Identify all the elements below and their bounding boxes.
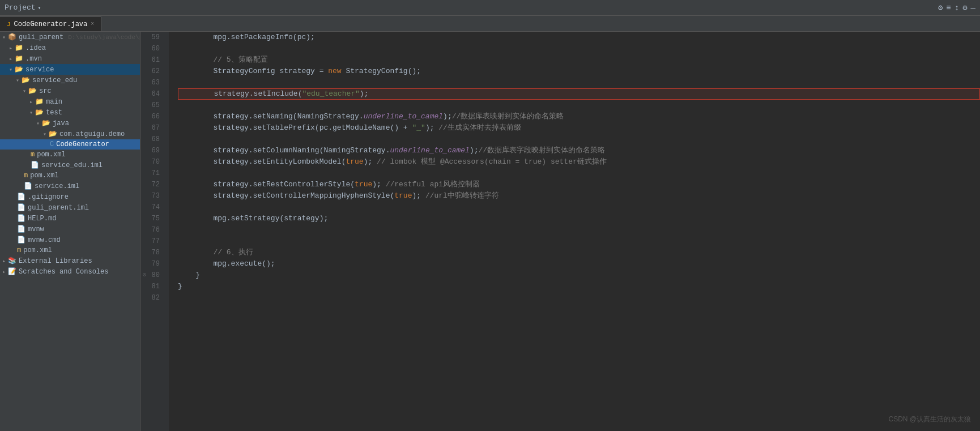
sidebar-item-gitignore[interactable]: 📄 .gitignore bbox=[0, 191, 140, 202]
xml-icon: m bbox=[24, 172, 28, 180]
sidebar-label: pom.xml bbox=[37, 151, 65, 159]
toolbar-icons: ⚙ ≡ ↕ ⚙ — bbox=[938, 3, 975, 12]
sidebar-item-pom-service[interactable]: m pom.xml bbox=[0, 170, 140, 181]
sidebar-item-external-libraries[interactable]: ▸ 📚 External Libraries bbox=[0, 255, 140, 266]
code-editor[interactable]: 5960616263646566676869707172737475767778… bbox=[140, 32, 980, 431]
folder-open-icon: 📂 bbox=[35, 108, 44, 117]
line-number: 65 bbox=[140, 100, 164, 111]
sidebar-item-service-edu[interactable]: ▾ 📂 service_edu bbox=[0, 75, 140, 86]
iml-icon: 📄 bbox=[17, 203, 25, 212]
code-line: StrategyConfig strategy = new StrategyCo… bbox=[178, 66, 980, 77]
code-line: strategy.setNaming(NamingStrategy.underl… bbox=[178, 111, 980, 122]
chevron-down-icon: ▾ bbox=[38, 5, 41, 11]
folder-icon: 📁 bbox=[35, 97, 44, 106]
line-number: 75 bbox=[140, 213, 164, 224]
sidebar-item-test[interactable]: ▾ 📂 test bbox=[0, 107, 140, 118]
expand-icon[interactable]: ↕ bbox=[955, 3, 959, 12]
chevron-icon: ▸ bbox=[2, 258, 6, 264]
code-line bbox=[178, 168, 980, 179]
chevron-icon: ▸ bbox=[29, 99, 33, 105]
xml-icon: m bbox=[17, 246, 21, 254]
line-number: 76 bbox=[140, 224, 164, 236]
sidebar-item-service-edu-iml[interactable]: 📄 service_edu.iml bbox=[0, 160, 140, 170]
java-file-icon: J bbox=[7, 21, 11, 28]
settings-icon[interactable]: ⚙ bbox=[962, 3, 967, 12]
sidebar-item-help-md[interactable]: 📄 HELP.md bbox=[0, 213, 140, 224]
code-line: mpg.execute(); bbox=[178, 258, 980, 270]
sidebar-item-src[interactable]: ▾ 📂 src bbox=[0, 86, 140, 96]
toolbar: Project ▾ ⚙ ≡ ↕ ⚙ — bbox=[0, 0, 980, 16]
sidebar-item-mvnw-cmd[interactable]: 📄 mvnw.cmd bbox=[0, 234, 140, 245]
sidebar-item-idea[interactable]: ▸ 📁 .idea bbox=[0, 42, 140, 53]
chevron-icon: ▸ bbox=[2, 268, 6, 275]
chevron-icon: ▾ bbox=[36, 120, 40, 127]
sidebar-item-mvn[interactable]: ▸ 📁 .mvn bbox=[0, 53, 140, 64]
line-number: 81 bbox=[140, 281, 164, 292]
sidebar-item-main[interactable]: ▸ 📁 main bbox=[0, 96, 140, 107]
sidebar-item-service-iml[interactable]: 📄 service.iml bbox=[0, 181, 140, 191]
sidebar-label: service bbox=[25, 66, 54, 74]
folder-open-icon: 📂 bbox=[42, 119, 50, 127]
chevron-icon: ▾ bbox=[23, 88, 26, 95]
sidebar-item-guli-parent[interactable]: ▾ 📦 guli_parent D:\study\java\code\proje… bbox=[0, 32, 140, 42]
file-icon: 📄 bbox=[17, 225, 25, 233]
sidebar-label: mvnw.cmd bbox=[28, 236, 61, 244]
tab-close-button[interactable]: × bbox=[91, 21, 94, 27]
minimize-icon[interactable]: — bbox=[971, 3, 975, 12]
code-line bbox=[178, 100, 980, 111]
folder-icon: 📁 bbox=[15, 54, 23, 63]
line-number: 80 bbox=[140, 270, 164, 281]
sidebar-label: CodeGenerator bbox=[56, 140, 109, 148]
scratches-icon: 📝 bbox=[8, 267, 16, 276]
sidebar-item-codegenerator[interactable]: C CodeGenerator bbox=[0, 139, 140, 150]
sidebar-label: .mvn bbox=[25, 55, 42, 63]
sidebar-label: guli_parent bbox=[19, 33, 63, 41]
sidebar-item-guli-parent-iml[interactable]: 📄 guli_parent.iml bbox=[0, 202, 140, 213]
line-number: 61 bbox=[140, 54, 164, 66]
code-line: strategy.setInclude("edu_teacher"); bbox=[178, 88, 980, 100]
code-area: 5960616263646566676869707172737475767778… bbox=[140, 32, 980, 431]
sidebar-item-mvnw[interactable]: 📄 mvnw bbox=[0, 224, 140, 234]
sidebar-label: main bbox=[46, 98, 62, 106]
sidebar-item-service[interactable]: ▾ 📂 service bbox=[0, 64, 140, 75]
line-number: 78 bbox=[140, 247, 164, 258]
chevron-icon: ▾ bbox=[9, 66, 12, 73]
code-line bbox=[178, 43, 980, 54]
sidebar-item-com-atguigu-demo[interactable]: ▾ 📂 com.atguigu.demo bbox=[0, 129, 140, 139]
sidebar-item-pom-root[interactable]: m pom.xml bbox=[0, 245, 140, 255]
tab-label: CodeGenerator.java bbox=[14, 20, 88, 28]
folder-open-icon: 📂 bbox=[22, 76, 30, 84]
line-number: 79 bbox=[140, 258, 164, 270]
line-number: 71 bbox=[140, 168, 164, 179]
line-number: 63 bbox=[140, 77, 164, 88]
sidebar-item-java[interactable]: ▾ 📂 java bbox=[0, 118, 140, 129]
sync-icon[interactable]: ⚙ bbox=[938, 3, 943, 12]
folder-icon: 📁 bbox=[15, 44, 23, 52]
code-line: // 6、执行 bbox=[178, 247, 980, 258]
java-icon: C bbox=[50, 140, 54, 148]
sidebar-item-scratches[interactable]: ▸ 📝 Scratches and Consoles bbox=[0, 266, 140, 277]
library-icon: 📚 bbox=[8, 257, 16, 265]
sidebar-item-pom-service-edu[interactable]: m pom.xml bbox=[0, 150, 140, 160]
code-line bbox=[178, 292, 980, 304]
list-icon[interactable]: ≡ bbox=[946, 3, 951, 12]
line-number: 59 bbox=[140, 32, 164, 43]
sidebar-label: com.atguigu.demo bbox=[59, 130, 125, 138]
code-line: strategy.setColumnNaming(NamingStrategy.… bbox=[178, 145, 980, 156]
sidebar-label: Scratches and Consoles bbox=[19, 268, 108, 276]
chevron-icon: ▾ bbox=[16, 77, 19, 84]
line-number: 73 bbox=[140, 190, 164, 202]
chevron-icon: ▾ bbox=[43, 131, 46, 138]
tab-codegenerator[interactable]: J CodeGenerator.java × bbox=[0, 16, 101, 31]
folder-open-icon: 📂 bbox=[49, 130, 57, 138]
project-label[interactable]: Project ▾ bbox=[5, 3, 41, 12]
code-line bbox=[178, 134, 980, 145]
code-line: } bbox=[178, 281, 980, 292]
line-number: 70 bbox=[140, 156, 164, 168]
module-icon: 📦 bbox=[8, 33, 16, 41]
folder-open-icon: 📂 bbox=[28, 87, 37, 95]
sidebar-label: pom.xml bbox=[30, 172, 58, 180]
sidebar-label: service.iml bbox=[35, 182, 79, 190]
chevron-icon: ▸ bbox=[9, 56, 12, 62]
sidebar-label: java bbox=[53, 120, 69, 127]
